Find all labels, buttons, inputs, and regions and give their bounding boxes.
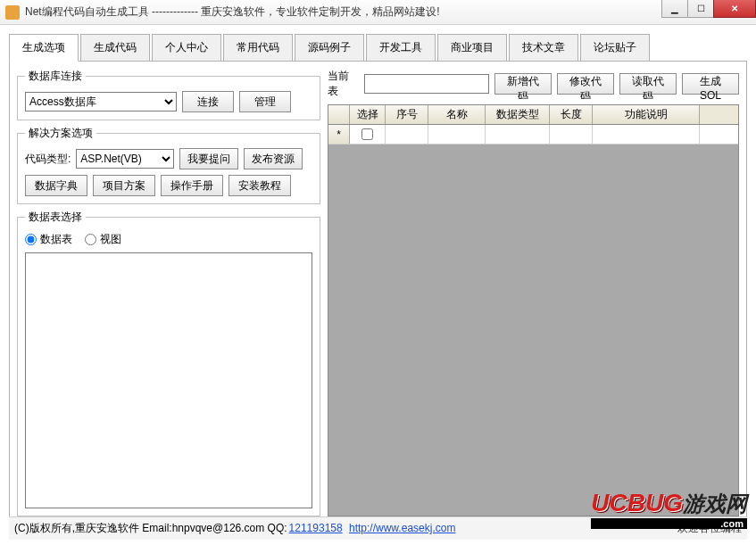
tab-tech-articles[interactable]: 技术文章: [509, 34, 578, 62]
groupbox-solution: 解决方案选项 代码类型: ASP.Net(VB) 我要提问 发布资源 数据字典 …: [17, 126, 320, 204]
grid-header-name[interactable]: 名称: [428, 105, 486, 124]
window-title: Net编程代码自动生成工具 ------------- 重庆安逸软件，专业软件定…: [25, 4, 440, 20]
grid-cell-select[interactable]: [350, 125, 386, 144]
status-left: (C)版权所有,重庆安逸软件 Email:hnpvqve@126.com QQ:…: [14, 521, 457, 536]
code-type-combo[interactable]: ASP.Net(VB): [76, 149, 174, 169]
qq-link[interactable]: 121193158: [289, 522, 343, 534]
grid-header-datatype[interactable]: 数据类型: [486, 105, 550, 124]
grid-newrow-marker: *: [328, 125, 350, 144]
current-table-input[interactable]: [364, 74, 489, 94]
publish-button[interactable]: 发布资源: [244, 148, 303, 169]
grid-header: 选择 序号 名称 数据类型 长度 功能说明: [328, 105, 738, 125]
read-code-button[interactable]: 读取代码: [619, 73, 677, 95]
close-button[interactable]: [713, 0, 756, 18]
tab-generate-code[interactable]: 生成代码: [80, 34, 150, 62]
tab-forum[interactable]: 论坛贴子: [580, 34, 650, 62]
manual-button[interactable]: 操作手册: [161, 175, 223, 196]
status-sep: [345, 522, 347, 534]
radio-view-label[interactable]: 视图: [85, 232, 121, 247]
groupbox-table-select: 数据表选择 数据表 视图: [17, 210, 320, 516]
code-type-label: 代码类型:: [25, 152, 71, 167]
ask-button[interactable]: 我要提问: [179, 148, 238, 169]
copyright-text: (C)版权所有,重庆安逸软件 Email:: [14, 522, 172, 534]
edit-code-button[interactable]: 修改代码: [557, 73, 614, 95]
tab-source-examples[interactable]: 源码例子: [295, 34, 364, 62]
manage-button[interactable]: 管理: [239, 91, 291, 112]
radio-view-text: 视图: [100, 232, 121, 247]
grid-header-rowselector[interactable]: [328, 105, 350, 124]
generate-sql-button[interactable]: 生成SQL: [682, 73, 739, 95]
radio-view[interactable]: [85, 234, 96, 245]
grid-cell-name[interactable]: [428, 125, 486, 144]
website-link[interactable]: http://www.easekj.com: [349, 522, 455, 534]
legend-table-select: 数据表选择: [25, 210, 86, 225]
grid-header-desc[interactable]: 功能说明: [593, 105, 700, 124]
grid-header-select[interactable]: 选择: [350, 105, 386, 124]
grid-cell-datatype[interactable]: [486, 125, 550, 144]
qq-label: QQ:: [264, 522, 287, 534]
connect-button[interactable]: 连接: [182, 91, 234, 112]
radio-datatable-text: 数据表: [40, 232, 72, 247]
status-right: 欢迎各位编程: [677, 521, 742, 536]
add-code-button[interactable]: 新增代码: [494, 73, 552, 95]
db-type-combo[interactable]: Access数据库: [25, 92, 177, 111]
project-plan-button[interactable]: 项目方案: [93, 175, 155, 196]
grid-row-checkbox[interactable]: [361, 128, 373, 140]
data-dict-button[interactable]: 数据字典: [25, 175, 87, 196]
maximize-button[interactable]: [687, 0, 714, 18]
minimize-button[interactable]: [661, 0, 688, 18]
table-listbox[interactable]: [25, 252, 312, 508]
legend-solution: 解决方案选项: [25, 126, 96, 141]
tab-panel: 数据库连接 Access数据库 连接 管理 解决方案选项 代码类型: ASP.N…: [9, 61, 747, 524]
grid-new-row[interactable]: *: [328, 125, 738, 145]
install-tutorial-button[interactable]: 安装教程: [228, 175, 291, 196]
left-column: 数据库连接 Access数据库 连接 管理 解决方案选项 代码类型: ASP.N…: [17, 69, 320, 516]
groupbox-db-connection: 数据库连接 Access数据库 连接 管理: [17, 69, 320, 120]
titlebar: Net编程代码自动生成工具 ------------- 重庆安逸软件，专业软件定…: [0, 0, 756, 25]
grid-cell-desc[interactable]: [593, 125, 700, 144]
grid-cell-length[interactable]: [550, 125, 593, 144]
grid-cell-seq[interactable]: [386, 125, 428, 144]
radio-datatable[interactable]: [25, 234, 37, 245]
current-table-label: 当前表: [328, 69, 359, 99]
right-column: 当前表 新增代码 修改代码 读取代码 生成SQL 选择 序号 名称 数据类型 长…: [328, 69, 739, 516]
email-text: hnpvqve@126.com: [172, 522, 265, 534]
tab-dev-tools[interactable]: 开发工具: [366, 34, 436, 62]
statusbar: (C)版权所有,重庆安逸软件 Email:hnpvqve@126.com QQ:…: [9, 516, 747, 540]
radio-datatable-label[interactable]: 数据表: [25, 232, 72, 247]
tab-user-center[interactable]: 个人中心: [152, 34, 221, 62]
client-area: 生成选项 生成代码 个人中心 常用代码 源码例子 开发工具 商业项目 技术文章 …: [0, 25, 756, 524]
data-grid[interactable]: 选择 序号 名称 数据类型 长度 功能说明 *: [328, 104, 739, 516]
legend-db-connection: 数据库连接: [25, 69, 86, 84]
right-toolbar: 当前表 新增代码 修改代码 读取代码 生成SQL: [328, 69, 739, 99]
tab-strip: 生成选项 生成代码 个人中心 常用代码 源码例子 开发工具 商业项目 技术文章 …: [9, 34, 747, 62]
grid-header-length[interactable]: 长度: [550, 105, 593, 124]
tab-generate-options[interactable]: 生成选项: [9, 34, 79, 62]
app-icon: [5, 5, 20, 20]
tab-common-code[interactable]: 常用代码: [223, 34, 293, 62]
grid-header-seq[interactable]: 序号: [386, 105, 428, 124]
window-controls: [662, 0, 756, 18]
tab-business[interactable]: 商业项目: [437, 34, 507, 62]
